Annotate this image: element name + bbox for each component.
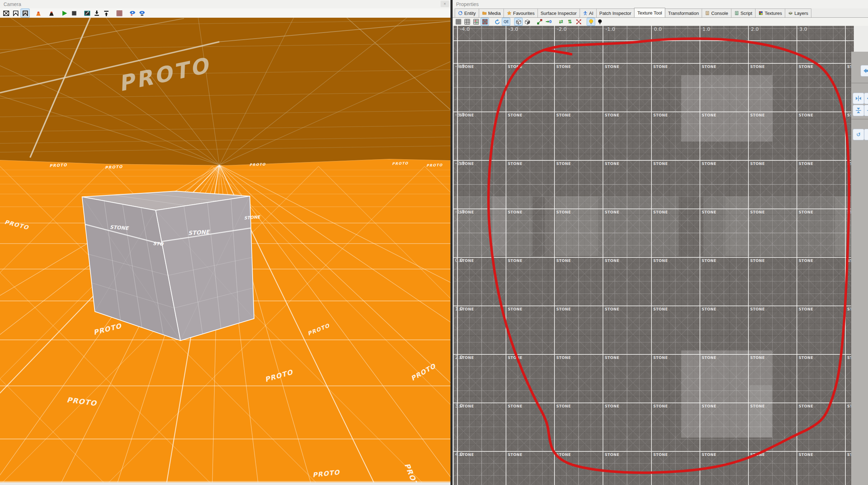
- texture-tile-label: STONE: [556, 258, 571, 263]
- tab-layers[interactable]: Layers: [785, 8, 811, 17]
- eye-prev-icon[interactable]: [128, 8, 137, 18]
- texture-tile-label: STONE: [799, 258, 813, 263]
- texture-tile-label: STONE: [508, 258, 522, 263]
- refresh-icon[interactable]: [493, 18, 501, 26]
- texture-tile-label: STONE: [605, 161, 619, 166]
- side-strip-separator: [851, 119, 868, 119]
- texture-tile-label: STONE: [605, 258, 619, 263]
- tab-entity[interactable]: Entity: [455, 8, 479, 17]
- box-x-icon[interactable]: [1, 8, 11, 18]
- grid-markers-icon[interactable]: [472, 18, 480, 26]
- farclip-up-icon[interactable]: [102, 8, 111, 18]
- snap-to-zero-icon[interactable]: 0: [544, 18, 553, 26]
- grid-fine-icon[interactable]: [454, 18, 462, 26]
- texture-tile-label: STONE: [799, 210, 813, 214]
- tab-patch-inspector[interactable]: Patch Inspector: [596, 8, 634, 17]
- tab-media[interactable]: Media: [479, 8, 504, 17]
- selected-face-overlay[interactable]: [598, 196, 679, 256]
- h-ruler-label: 2.0: [751, 26, 759, 32]
- mirror-vertical-button[interactable]: [864, 105, 868, 116]
- rotate-ccw-button[interactable]: ↺: [853, 129, 864, 140]
- h-ruler-label: 1.0: [702, 26, 710, 32]
- selected-face-overlay[interactable]: [703, 196, 725, 256]
- selected-face-overlay[interactable]: [749, 196, 835, 256]
- camera-3d-viewport[interactable]: PROTOPROTOPROTOPROTOPROTOPROTOPROTOPROTO…: [0, 18, 450, 482]
- texture-tile-label: STONE: [702, 355, 716, 360]
- selected-face-overlay[interactable]: [545, 196, 556, 256]
- tab-console[interactable]: Console: [702, 8, 731, 17]
- swap-horizontal-icon[interactable]: ⇄: [557, 18, 565, 26]
- grid-snap-icon[interactable]: [481, 18, 489, 26]
- floor-proto-label: PROTO: [105, 164, 123, 170]
- close-icon[interactable]: ×: [441, 1, 449, 7]
- rotate-cw-button[interactable]: ↻: [864, 129, 868, 140]
- tab-script[interactable]: Script: [731, 8, 755, 17]
- cube-textured-icon[interactable]: [514, 18, 523, 26]
- light-cone-dark-icon[interactable]: [47, 8, 56, 18]
- texture-tile-label: STONE: [605, 452, 619, 457]
- texture-tile-label: STONE: [653, 210, 668, 214]
- swap-vertical-icon[interactable]: ⇅: [565, 18, 574, 26]
- texture-tile-label: STONE: [508, 113, 522, 117]
- h-ruler-label: -4.0: [460, 26, 470, 32]
- tab-ai[interactable]: AI: [580, 8, 597, 17]
- tab-texture-tool[interactable]: Texture Tool: [634, 8, 665, 17]
- play-icon[interactable]: [60, 8, 69, 18]
- texture-tile-label: STONE: [799, 404, 813, 408]
- selected-face-overlay[interactable]: [749, 385, 772, 437]
- h-ruler-label: 0.0: [654, 26, 662, 32]
- texture-tile-label: STONE: [750, 404, 765, 408]
- texture-tile-label: STONE: [508, 161, 522, 166]
- grid-icon[interactable]: [115, 8, 124, 18]
- screenshot-icon[interactable]: [82, 8, 92, 18]
- tab-label: Layers: [794, 11, 808, 16]
- floor-proto-label: PROTO: [249, 162, 266, 167]
- lightbulb-off-icon[interactable]: [596, 18, 604, 26]
- texture-tile-label: STONE: [556, 64, 571, 69]
- tab-label: Console: [711, 11, 728, 16]
- tab-favourites[interactable]: Favourites: [504, 8, 538, 17]
- vertex-edit-icon[interactable]: [535, 18, 544, 26]
- box-notch-texture-icon[interactable]: [21, 8, 30, 18]
- texture-tile-label: STONE: [605, 355, 619, 360]
- flip-horizontal-button[interactable]: [853, 93, 864, 104]
- flip-vertical-button[interactable]: [853, 105, 864, 116]
- cube-plain-icon[interactable]: [523, 18, 531, 26]
- svg-text:⇄: ⇄: [559, 19, 563, 24]
- texture-tile-label: STONE: [750, 307, 765, 311]
- selected-face-overlay[interactable]: [454, 196, 492, 256]
- selected-face-overlay[interactable]: [556, 196, 598, 256]
- selected-face-overlay[interactable]: [725, 196, 749, 256]
- orbit-icon: [458, 11, 463, 16]
- tab-textures[interactable]: Textures: [755, 8, 785, 17]
- texture-tile-label: STONE: [556, 161, 571, 166]
- texture-tool-toolbar: QE 0⇄⇅: [453, 18, 868, 26]
- mirror-horizontal-button[interactable]: [864, 93, 868, 104]
- tab-surface-inspector[interactable]: Surface Inspector: [538, 8, 580, 17]
- box-notch-icon[interactable]: [11, 8, 20, 18]
- texture-tile-label: STONE: [508, 307, 522, 311]
- selected-face-overlay[interactable]: [507, 196, 533, 256]
- undo-arrow-button[interactable]: [861, 65, 868, 76]
- texture-tile-label: STONE: [556, 113, 571, 117]
- lightbulb-on-icon[interactable]: [587, 18, 595, 26]
- farclip-down-icon[interactable]: [92, 8, 101, 18]
- texture-view-overlay: STONESTONESTONESTONESTONESTONESTONESTONE…: [454, 26, 854, 485]
- eye-stop-icon[interactable]: [137, 8, 146, 18]
- qe-mode-button[interactable]: QE: [502, 18, 510, 26]
- h-ruler-label: -1.0: [605, 26, 615, 32]
- selected-face-overlay[interactable]: [492, 196, 507, 256]
- selected-face-overlay[interactable]: [681, 75, 772, 142]
- scale-icon[interactable]: [574, 18, 583, 26]
- texture-uv-view[interactable]: STONESTONESTONESTONESTONESTONESTONESTONE…: [454, 26, 854, 485]
- stop-icon[interactable]: [69, 8, 79, 18]
- light-cone-bright-icon[interactable]: [34, 8, 43, 18]
- v-ruler-label: -3.0: [455, 112, 465, 118]
- properties-titlebar[interactable]: Properties: [453, 0, 868, 8]
- application-window: Camera × PROTOPROTOPROTOPROTOPROTOPROTOP…: [0, 0, 868, 485]
- grid-coarse-icon[interactable]: [463, 18, 471, 26]
- texture-tile-label: STONE: [799, 64, 813, 69]
- tab-transformation[interactable]: Transformation: [665, 8, 702, 17]
- texture-tile-label: STONE: [556, 307, 571, 311]
- camera-titlebar[interactable]: Camera ×: [0, 0, 450, 8]
